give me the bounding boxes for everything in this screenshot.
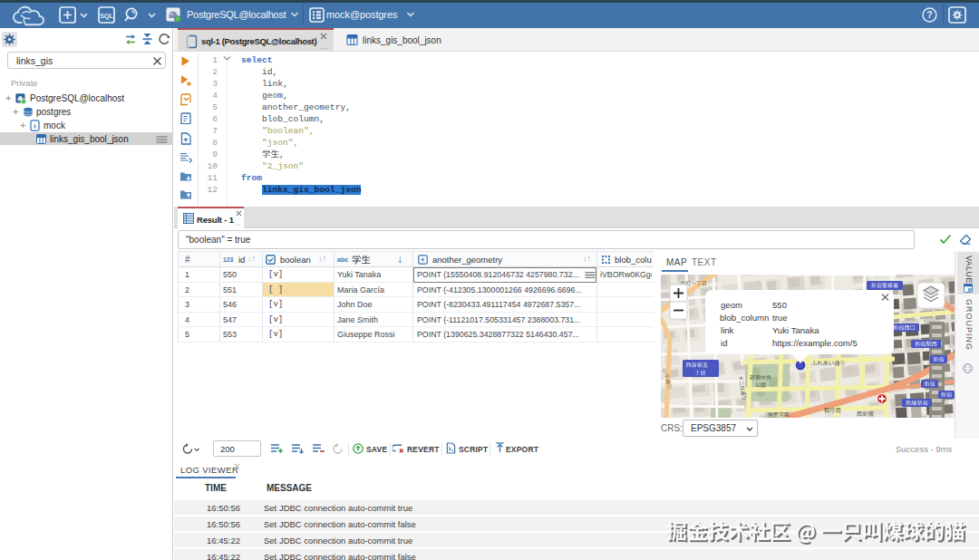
svg-text:id: id [721,338,727,348]
svg-text:Yuki Tanaka: Yuki Tanaka [772,325,819,335]
svg-text:550: 550 [772,300,787,310]
svg-text:blob_column: blob_column [720,313,769,323]
svg-text:true: true [772,313,788,323]
svg-text:https://example.com/5: https://example.com/5 [772,338,858,348]
svg-text:?: ? [926,9,932,20]
svg-text:SQL: SQL [100,13,113,20]
svg-text:link: link [721,325,734,335]
svg-text:geom: geom [721,300,742,310]
